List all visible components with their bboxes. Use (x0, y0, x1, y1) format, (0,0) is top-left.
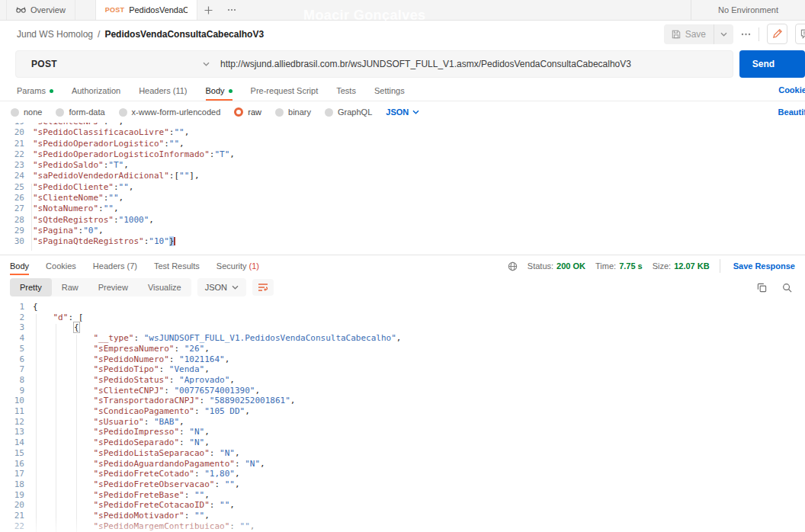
view-tab-preview[interactable]: Preview (88, 278, 138, 296)
save-options-caret[interactable] (714, 24, 733, 44)
response-tab-body[interactable]: Body (10, 257, 29, 275)
comments-button[interactable] (795, 24, 805, 44)
save-response-button[interactable]: Save Response (733, 261, 795, 271)
line-code: "sPedidoOperadorLogisticoInformado":"T", (33, 149, 235, 160)
body-type-binary[interactable]: binary (275, 107, 311, 117)
line-number: 4 (0, 333, 24, 344)
view-tab-visualize[interactable]: Visualize (138, 278, 191, 296)
code-line: 17 "sPedidoFreteCotado": "1,80", (0, 469, 805, 479)
token: "sPedidoMotivador" (93, 511, 184, 521)
copy-icon[interactable] (757, 283, 767, 293)
token: : (184, 511, 194, 521)
line-code: "sPagina":"0", (33, 226, 104, 236)
code-line: 3 { (0, 322, 805, 333)
token: , (204, 490, 210, 500)
body-type-graphql[interactable]: GraphQL (325, 107, 372, 117)
body-type-raw[interactable]: raw (234, 107, 261, 117)
cookies-link[interactable]: Cookies (778, 85, 805, 95)
code-line: 21 "sPedidoMotivador": "", (0, 511, 805, 521)
line-number: 22 (0, 149, 24, 160)
token: "" (240, 521, 250, 531)
method-selector[interactable]: POST (16, 59, 220, 69)
response-tab-test-results[interactable]: Test Results (154, 257, 200, 275)
body-type-label: x-www-form-urlencoded (132, 107, 221, 117)
tab-tests[interactable]: Tests (336, 81, 356, 101)
response-tab-headers-7[interactable]: Headers (7) (93, 257, 137, 275)
token: "" (169, 139, 179, 149)
token: : (179, 437, 189, 447)
tab-settings[interactable]: Settings (374, 81, 405, 101)
tab-overview[interactable]: Overview (6, 0, 75, 20)
token: "sPedidoStatus" (93, 375, 168, 385)
line-number: 6 (0, 354, 24, 365)
request-language-selector[interactable]: JSON (386, 107, 419, 117)
response-tab-security[interactable]: Security (1) (216, 257, 259, 275)
body-type-form-data[interactable]: form-data (56, 107, 104, 117)
token: : (169, 354, 179, 364)
request-more-actions-button[interactable] (741, 33, 751, 36)
view-tab-raw[interactable]: Raw (52, 278, 88, 296)
code-line: 26"sClienteNome":"", (0, 193, 805, 204)
edit-documentation-button[interactable] (767, 24, 787, 44)
token: "saPedidoVendedorAdicional" (33, 171, 169, 181)
token: ], (189, 171, 199, 181)
code-line: 6 "sPedidoNumero": "1021164", (0, 354, 805, 365)
token (33, 500, 93, 510)
body-type-none[interactable]: none (11, 107, 42, 117)
token: "sClienteNome" (33, 193, 104, 203)
token: , (179, 139, 184, 149)
beautify-link[interactable]: Beautify (778, 107, 805, 117)
radio-icon (11, 108, 19, 117)
response-tab-cookies[interactable]: Cookies (46, 257, 76, 275)
wrap-text-button[interactable] (252, 279, 274, 296)
line-number: 30 (0, 236, 24, 247)
tab-options-button[interactable] (220, 0, 243, 20)
tab-params[interactable]: Params (17, 81, 53, 101)
code-line: 15 "sPedidoListaSeparacao": "N", (0, 448, 805, 459)
new-tab-button[interactable] (197, 0, 220, 20)
body-type-x-www-form-urlencoded[interactable]: x-www-form-urlencoded (119, 107, 221, 117)
tab-label: Test Results (154, 261, 200, 271)
send-button[interactable]: Send (739, 50, 805, 78)
line-number: 25 (0, 182, 24, 193)
response-body-editor[interactable]: 1{2 "d": [3 {4 "__type": "wsJUNDSOFT_FUL… (0, 299, 805, 532)
tab-headers-11[interactable]: Headers (11) (139, 81, 187, 101)
matched-bracket: { (73, 322, 80, 333)
token: "sPedidoFreteObservacao" (93, 479, 214, 489)
line-code: "sTransportadoraCNPJ": "58890252001861", (33, 396, 295, 406)
token: : (194, 406, 204, 416)
line-number: 19 (0, 490, 24, 501)
token: , (229, 375, 235, 385)
token: "sPedidoNumero" (93, 354, 168, 364)
search-icon[interactable] (782, 283, 792, 293)
token: : (169, 375, 179, 385)
view-tab-pretty[interactable]: Pretty (10, 278, 52, 296)
radio-icon (325, 108, 333, 117)
tab-body[interactable]: Body (206, 81, 233, 101)
token: "1021164" (179, 354, 225, 364)
line-number: 17 (0, 469, 24, 479)
time-badge: Time: 7.75 s (595, 261, 643, 271)
save-button[interactable]: Save (664, 24, 733, 44)
request-editor-lines: 19"sClienteCNPJ":"",20"sPedidoClassifica… (0, 123, 805, 248)
url-input[interactable]: http://wsjund.alliedbrasil.com.br/wsJUND… (220, 59, 631, 69)
status-badge: Status: 200 OK (528, 261, 585, 271)
request-tabs: ParamsAuthorizationHeaders (11)BodyPre-r… (0, 81, 805, 101)
token (33, 437, 93, 447)
token: , (149, 215, 154, 225)
token: "sPedidoImpresso" (93, 427, 179, 437)
token: "sPedidoFreteBase" (93, 490, 184, 500)
token (33, 386, 93, 396)
token: : (144, 417, 154, 427)
token: "" (194, 511, 204, 521)
token: : (114, 215, 119, 225)
environment-selector[interactable]: No Environment (691, 0, 805, 20)
tab-request[interactable]: POST PedidosVendaConsultaC (95, 0, 197, 20)
tab-pre-request-script[interactable]: Pre-request Script (251, 81, 319, 101)
token: : (210, 448, 220, 458)
response-language-selector[interactable]: JSON (197, 278, 246, 296)
breadcrumb-collection[interactable]: Jund WS Homolog (17, 29, 93, 40)
tab-authorization[interactable]: Authorization (72, 81, 120, 101)
request-body-editor[interactable]: 19"sClienteCNPJ":"",20"sPedidoClassifica… (0, 123, 805, 255)
tab-overview-label: Overview (30, 5, 66, 14)
